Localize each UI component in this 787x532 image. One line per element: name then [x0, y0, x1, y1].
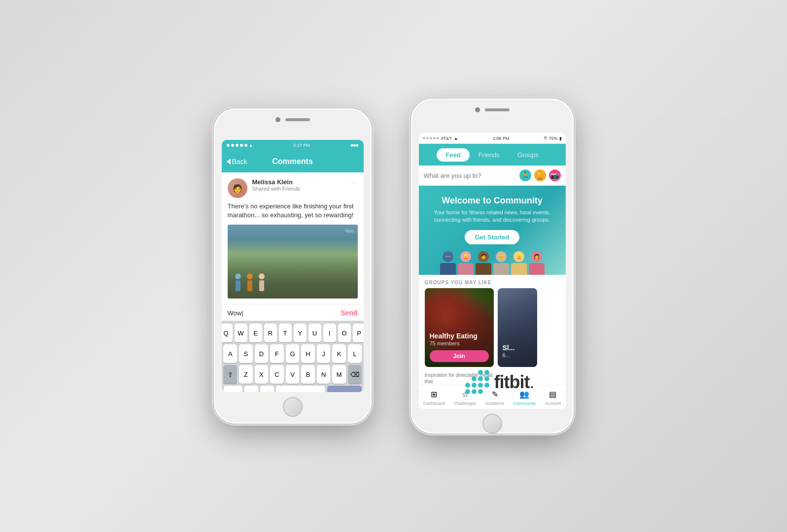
key-s[interactable]: S	[239, 344, 253, 363]
nav-account[interactable]: ▤ Account	[545, 388, 561, 406]
p1-battery: ■■■	[350, 143, 358, 148]
key-delete[interactable]: ⌫	[348, 365, 362, 384]
fitbit-wordmark: fitbit.	[494, 372, 534, 393]
key-e[interactable]: E	[249, 324, 262, 342]
home-button-1[interactable]	[283, 397, 303, 417]
nav-challenges-label: Challenges	[454, 401, 476, 406]
banner-avatar-3: 🧑	[475, 251, 492, 275]
key-d[interactable]: D	[255, 344, 269, 363]
dot-0-1	[472, 370, 477, 375]
key-return[interactable]: return	[327, 386, 362, 392]
welcome-banner: Welcome to Community Your home for fitne…	[419, 186, 566, 275]
key-f[interactable]: F	[270, 344, 284, 363]
key-q[interactable]: Q	[222, 324, 233, 342]
nav-account-label: Account	[545, 401, 561, 406]
nav-community-label: Community	[513, 401, 536, 406]
key-x[interactable]: X	[255, 365, 269, 384]
p2-time: 1:06 PM	[493, 136, 510, 141]
key-w[interactable]: W	[235, 324, 247, 342]
send-button[interactable]: Send	[341, 309, 357, 317]
key-z[interactable]: Z	[239, 365, 253, 384]
p1-nav-bar: Back Comments	[222, 151, 364, 172]
key-u[interactable]: U	[308, 324, 321, 342]
key-mic[interactable]: 🎤	[260, 386, 274, 392]
tab-feed[interactable]: Feed	[437, 148, 469, 162]
nav-dashboard[interactable]: ⊞ Dashboard	[423, 388, 445, 406]
key-t[interactable]: T	[279, 324, 292, 342]
phone-1: ▲ 5:27 PM ■■■ Back Comments 🧑	[214, 108, 372, 424]
phone-2-top	[475, 107, 510, 112]
dot-2-1	[472, 383, 477, 388]
p1-status-bar: ▲ 5:27 PM ■■■	[222, 140, 364, 151]
banner-avatar-5: 👱	[510, 251, 528, 275]
chevron-left-icon	[227, 159, 231, 165]
dot-1-3	[484, 376, 489, 381]
key-b[interactable]: B	[301, 365, 315, 384]
post-user-info: Melissa Klein Shared with Friends	[252, 178, 346, 192]
bluetooth-icon: 𝔅	[544, 135, 547, 141]
key-v[interactable]: V	[286, 365, 300, 384]
join-button-1[interactable]: Join	[430, 350, 489, 362]
key-j[interactable]: J	[317, 344, 331, 363]
kb-row-1: Q W E R T Y U I O P	[224, 324, 362, 342]
key-p[interactable]: P	[353, 324, 364, 342]
fitbit-dot-grid	[465, 370, 489, 394]
p2-status-right: 𝔅 75% ▮	[544, 135, 561, 141]
keyboard: Q W E R T Y U I O P A S D	[222, 321, 364, 392]
key-o[interactable]: O	[338, 324, 351, 342]
p2-battery-pct: 75%	[548, 136, 557, 141]
dot-3-3	[484, 389, 489, 394]
key-l[interactable]: L	[348, 344, 362, 363]
dot-2-3	[484, 383, 489, 388]
dot-0-0	[465, 370, 470, 375]
key-h[interactable]: H	[301, 344, 315, 363]
dot-3-1	[472, 389, 477, 394]
get-started-button[interactable]: Get Started	[465, 230, 519, 244]
groups-scroll: Healthy Eating 75 members Join Sl... 6..…	[419, 288, 566, 372]
key-k[interactable]: K	[332, 344, 346, 363]
back-label: Back	[232, 158, 247, 166]
dot-3-0	[465, 389, 470, 394]
key-emoji[interactable]: 😊	[244, 386, 258, 392]
camera-1	[275, 117, 280, 122]
comment-input[interactable]	[228, 309, 337, 317]
run-icon[interactable]: 🏃	[519, 169, 531, 181]
wifi-icon: ▲	[249, 143, 253, 148]
groups-section-label: GROUPS YOU MAY LIKE	[419, 275, 566, 288]
p2-action-icons: 🏃 🏆 📷	[519, 169, 561, 181]
tab-friends[interactable]: Friends	[470, 148, 509, 162]
p2-search-input[interactable]	[424, 172, 516, 179]
post-text: There's no experience like finishing you…	[228, 202, 358, 220]
p1-time: 5:27 PM	[294, 143, 310, 148]
phone-2-screen: AT&T ▲ 1:06 PM 𝔅 75% ▮ Feed Friends Grou…	[419, 133, 566, 409]
key-space[interactable]: space	[276, 386, 325, 392]
key-a[interactable]: A	[223, 344, 237, 363]
camera-icon[interactable]: 📷	[549, 169, 561, 181]
post-username: Melissa Klein	[252, 178, 346, 186]
key-m[interactable]: M	[332, 365, 346, 384]
dashboard-icon: ⊞	[428, 388, 440, 400]
key-g[interactable]: G	[286, 344, 300, 363]
tab-groups[interactable]: Groups	[509, 148, 547, 162]
back-button[interactable]: Back	[227, 158, 247, 166]
p2-battery-icon: ▮	[559, 136, 562, 141]
key-shift[interactable]: ⇧	[223, 365, 237, 384]
key-y[interactable]: Y	[294, 324, 307, 342]
groups-section: GROUPS YOU MAY LIKE Healthy Eating 75 me…	[419, 275, 566, 385]
avatar-row: 👓 👱 🧑	[427, 251, 558, 275]
key-r[interactable]: R	[264, 324, 277, 342]
key-n[interactable]: N	[317, 365, 331, 384]
more-options-button[interactable]: ···	[351, 178, 357, 187]
key-123[interactable]: 123	[224, 386, 242, 392]
group-members-2: 6...	[503, 352, 532, 358]
post-card: 🧑 Melissa Klein Shared with Friends ··· …	[222, 172, 364, 304]
post-image: January 5, 2017 fitbit	[228, 225, 358, 299]
trophy-icon[interactable]: 🏆	[534, 169, 546, 181]
banner-avatar-6: 👩	[528, 251, 546, 275]
banner-avatar-2: 👱	[457, 251, 475, 275]
p2-tab-bar: Feed Friends Groups	[419, 144, 566, 166]
home-button-2[interactable]	[482, 414, 502, 433]
nav-title: Comments	[272, 157, 313, 166]
key-i[interactable]: I	[323, 324, 336, 342]
key-c[interactable]: C	[270, 365, 284, 384]
